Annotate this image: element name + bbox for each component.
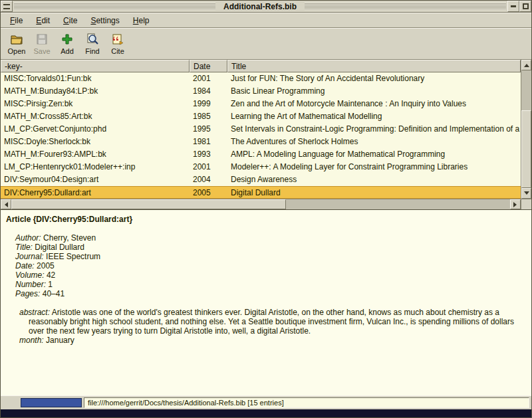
- table-row[interactable]: MISC:Doyle:Sherlock:bk 1981 The Adventur…: [1, 136, 521, 148]
- horizontal-scroll-track[interactable]: [11, 199, 510, 209]
- toolbar-button save-button: Save: [30, 29, 54, 58]
- minimize-icon: [511, 5, 516, 7]
- table-header: -key- Date Title: [1, 60, 521, 72]
- reference-table: -key- Date Title MISC:Torvalds01:Fun:bk …: [1, 60, 531, 199]
- scroll-left-button[interactable]: [1, 199, 11, 209]
- menu-cite[interactable]: Cite: [58, 14, 82, 27]
- menubar: File Edit Cite Settings Help: [1, 13, 531, 28]
- maximize-icon: [523, 3, 529, 9]
- row-title: The Adventures of Sherlock Holmes: [227, 136, 521, 148]
- scroll-down-button[interactable]: [521, 188, 531, 199]
- table-row[interactable]: MATH_M:Cross85:Art:bk 1985 Learning the …: [1, 110, 521, 123]
- horizontal-scroll-thumb[interactable]: [11, 199, 286, 209]
- toolbar-button-label: Add: [61, 47, 74, 55]
- field-label: Title:: [15, 243, 33, 252]
- titlebar[interactable]: Additional-Refs.bib: [1, 1, 531, 13]
- horizontal-scrollbar-row: [1, 199, 531, 209]
- row-date: 2001: [190, 161, 227, 173]
- row-date: 2005: [190, 187, 227, 198]
- toolbar: Open Save Add Find: [1, 28, 531, 60]
- field-label: abstract:: [19, 308, 50, 317]
- menu-settings[interactable]: Settings: [85, 14, 124, 27]
- maximize-button[interactable]: [519, 1, 531, 12]
- status-meter: [21, 398, 82, 407]
- row-title: Modeler++: A Modeling Layer for Constrai…: [227, 161, 521, 173]
- row-date: 2004: [190, 173, 227, 186]
- toolbar-button-label: Save: [33, 47, 50, 55]
- row-date: 1999: [190, 98, 227, 110]
- field-value: IEEE Spectrum: [46, 252, 100, 261]
- scroll-down-icon: [524, 191, 529, 197]
- window-menu-button[interactable]: [1, 1, 13, 12]
- field-value: 2005: [37, 261, 55, 270]
- row-date: 1993: [190, 148, 227, 161]
- abstract-text: Aristotle was one of the world's greates…: [29, 308, 514, 336]
- field-label: Volume:: [15, 270, 45, 280]
- field-value: January: [46, 336, 74, 345]
- toolbar-button find-button[interactable]: Find: [80, 29, 104, 58]
- horizontal-scrollbar[interactable]: [1, 199, 521, 209]
- row-key: MATH_M:Bunday84:LP:bk: [1, 85, 190, 98]
- menu-file[interactable]: File: [5, 14, 28, 27]
- field-label: Number:: [15, 280, 46, 289]
- row-key: DIV:Seymour04:Design:art: [1, 173, 190, 186]
- status-text: file:///home/gerrit/Docs/thesis/Addition…: [84, 397, 529, 408]
- field-value: 40–41: [43, 289, 65, 298]
- row-key: MATH_M:Cross85:Art:bk: [1, 110, 190, 123]
- row-key: MATH_M:Fourer93:AMPL:bk: [1, 148, 190, 161]
- row-key: MISC:Torvalds01:Fun:bk: [1, 72, 190, 85]
- table-row[interactable]: MATH_M:Bunday84:LP:bk 1984 Basic Linear …: [1, 85, 521, 98]
- vertical-scrollbar[interactable]: [521, 60, 531, 199]
- vertical-scroll-thumb[interactable]: [521, 110, 531, 188]
- field-label: Journal:: [15, 252, 44, 261]
- statusbar: file:///home/gerrit/Docs/thesis/Addition…: [1, 395, 531, 409]
- table-row[interactable]: DIV:Cherry95:Dullard:art 2005 Digital Du…: [1, 186, 521, 199]
- table-row[interactable]: DIV:Seymour04:Design:art 2004 Design Awa…: [1, 173, 521, 186]
- table-row[interactable]: LM_CP:Hentenryck01:Modeler++:inp 2001 Mo…: [1, 161, 521, 173]
- table-row[interactable]: MATH_M:Fourer93:AMPL:bk 1993 AMPL: A Mod…: [1, 148, 521, 161]
- detail-field-date: Date: 2005: [15, 261, 526, 270]
- column-header-title[interactable]: Title: [227, 60, 521, 72]
- table-row[interactable]: MISC:Pirsig:Zen:bk 1999 Zen and the Art …: [1, 98, 521, 110]
- detail-field-month: month: January: [19, 336, 526, 345]
- app-window: Additional-Refs.bib File Edit Cite Setti…: [0, 0, 532, 418]
- row-key: LM_CP:Gervet:Conjunto:phd: [1, 123, 190, 136]
- scroll-up-button[interactable]: [521, 60, 531, 70]
- row-key: DIV:Cherry95:Dullard:art: [1, 187, 190, 198]
- scroll-up-icon: [524, 61, 529, 67]
- row-title: Zen and the Art of Motorcycle Maintenanc…: [227, 98, 521, 110]
- field-value: Cherry, Steven: [43, 233, 96, 243]
- row-title: Basic Linear Programming: [227, 85, 521, 98]
- menu-edit[interactable]: Edit: [31, 14, 55, 27]
- field-value: 42: [47, 270, 55, 280]
- bottom-strip: [1, 409, 531, 417]
- row-title: Set Intervals in Constraint-Logic Progra…: [227, 123, 521, 136]
- toolbar-button-label: Cite: [111, 47, 124, 55]
- row-date: 2001: [190, 72, 227, 85]
- toolbar-button open-button[interactable]: Open: [5, 29, 29, 58]
- table-row[interactable]: LM_CP:Gervet:Conjunto:phd 1995 Set Inter…: [1, 123, 521, 136]
- minimize-button[interactable]: [507, 1, 519, 12]
- toolbar-button-label: Find: [85, 47, 99, 55]
- toolbar-button cite-button[interactable]: Cite: [106, 29, 130, 58]
- field-label: Author:: [15, 233, 41, 243]
- window-menu-icon: [3, 4, 10, 9]
- detail-field-abstract: abstract: Aristotle was one of the world…: [19, 308, 519, 336]
- find-magnifier-icon: [86, 33, 99, 46]
- scroll-right-button[interactable]: [510, 199, 521, 209]
- row-title: Design Awareness: [227, 173, 521, 186]
- row-key: MISC:Doyle:Sherlock:bk: [1, 136, 190, 148]
- status-spacer: [3, 398, 19, 408]
- row-date: 1995: [190, 123, 227, 136]
- menu-help[interactable]: Help: [128, 14, 155, 27]
- table-row[interactable]: MISC:Torvalds01:Fun:bk 2001 Just for FUN…: [1, 72, 521, 85]
- field-value: 1: [48, 280, 53, 289]
- row-date: 1984: [190, 85, 227, 98]
- vertical-scroll-track[interactable]: [521, 70, 531, 188]
- column-header-date[interactable]: Date: [190, 60, 227, 72]
- toolbar-button add-button[interactable]: Add: [55, 29, 79, 58]
- detail-field-author: Author: Cherry, Steven: [15, 233, 526, 243]
- column-header-key[interactable]: -key-: [1, 60, 190, 72]
- row-title: AMPL: A Modeling Language for Mathematic…: [227, 148, 521, 161]
- scroll-right-icon: [513, 202, 519, 207]
